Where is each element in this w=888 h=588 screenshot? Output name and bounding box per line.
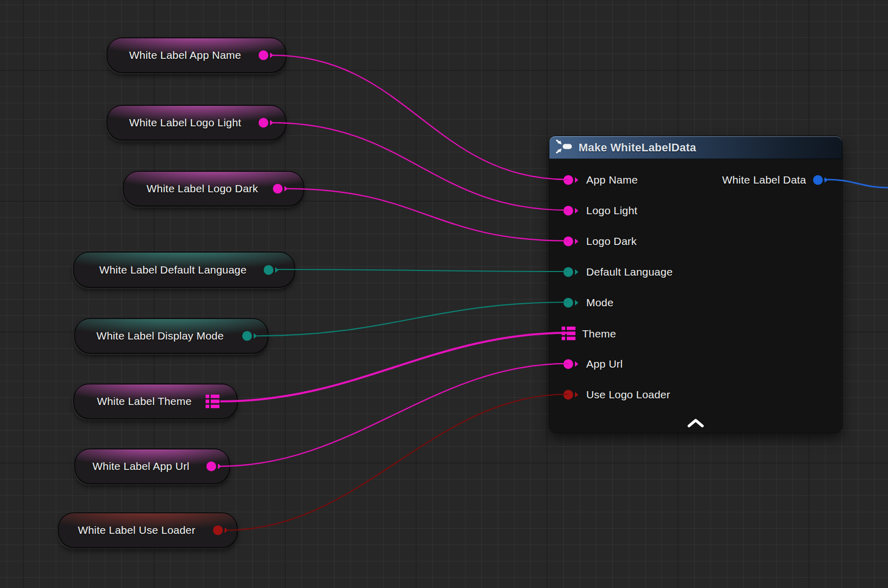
collapse-node-button[interactable]: [686, 418, 705, 428]
input-pin-label: App Url: [586, 358, 623, 370]
node-get-white-label-theme[interactable]: White Label Theme: [73, 383, 238, 419]
input-pin-row-app-url: App Url: [563, 358, 623, 370]
input-pin-row-theme: Theme: [562, 327, 616, 341]
input-pin-row-mode: Mode: [563, 297, 613, 309]
input-pin-row-use-logo-loader: Use Logo Loader: [563, 389, 670, 401]
blueprint-graph-canvas[interactable]: Make WhiteLabelData App Name Logo Light …: [0, 0, 888, 588]
output-pin-row-white-label-data: White Label Data: [722, 174, 829, 186]
node-get-white-label-app-url[interactable]: White Label App Url: [74, 448, 230, 484]
node-get-white-label-logo-dark[interactable]: White Label Logo Dark: [123, 171, 304, 207]
chevron-up-icon: [686, 418, 705, 428]
node-title: Make WhiteLabelData: [579, 141, 696, 154]
make-struct-icon: [556, 140, 573, 153]
make-struct-icon: [556, 140, 573, 155]
node-get-white-label-default-language[interactable]: White Label Default Language: [73, 252, 295, 288]
pin-struct-icon: [206, 395, 219, 409]
variable-getter-label: White Label Default Language: [74, 264, 294, 276]
input-pin-label: Default Language: [586, 266, 673, 278]
input-pin-row-default-language: Default Language: [563, 266, 673, 278]
input-pin-label: Use Logo Loader: [586, 389, 670, 401]
output-pin-label: White Label Data: [722, 174, 806, 186]
node-get-white-label-logo-light[interactable]: White Label Logo Light: [106, 105, 286, 141]
input-pin-label: Logo Light: [586, 205, 637, 217]
node-make-whitelabeldata[interactable]: Make WhiteLabelData App Name Logo Light …: [549, 135, 842, 433]
node-get-white-label-app-name[interactable]: White Label App Name: [106, 37, 286, 73]
input-pin-label: App Name: [586, 174, 638, 186]
input-pin-label: Mode: [586, 297, 613, 309]
input-pin-label: Theme: [582, 327, 616, 340]
input-pin-row-app-name: App Name: [563, 174, 638, 186]
pin-output-struct[interactable]: [206, 395, 219, 409]
variable-getter-label: White Label Use Loader: [59, 524, 237, 536]
node-get-white-label-display-mode[interactable]: White Label Display Mode: [74, 318, 269, 354]
input-pin-label: Logo Dark: [586, 235, 637, 247]
node-get-white-label-use-loader[interactable]: White Label Use Loader: [58, 512, 238, 548]
input-pin-row-logo-dark: Logo Dark: [563, 235, 637, 247]
input-pin-row-logo-light: Logo Light: [563, 205, 637, 217]
node-header[interactable]: Make WhiteLabelData: [549, 136, 842, 159]
node-layer: Make WhiteLabelData App Name Logo Light …: [0, 0, 888, 588]
variable-getter-label: White Label Display Mode: [75, 330, 268, 342]
